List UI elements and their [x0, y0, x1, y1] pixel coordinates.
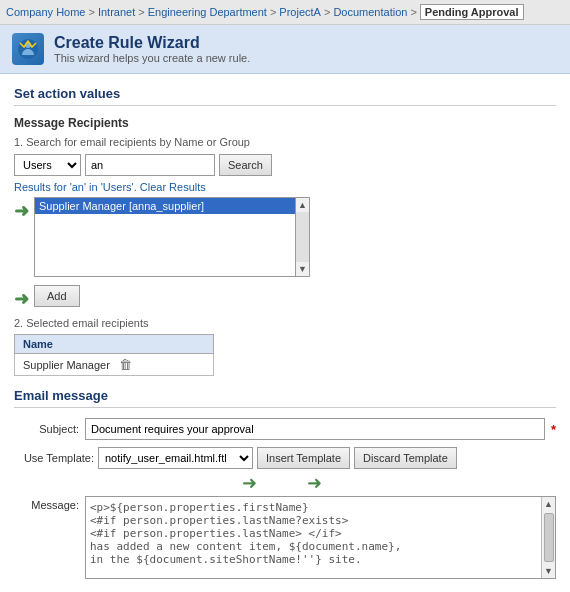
template-label: Use Template:	[14, 452, 94, 464]
scroll-down-icon[interactable]: ▼	[296, 262, 309, 276]
search-row: Users Groups Search	[14, 154, 556, 176]
message-row: Message: <p>${person.properties.firstNam…	[14, 496, 556, 579]
subject-row: Subject: *	[14, 418, 556, 440]
recipients-title: Message Recipients	[14, 116, 556, 130]
step2-label: 2. Selected email recipients	[14, 317, 556, 329]
scroll-thumb[interactable]	[544, 513, 554, 562]
breadcrumb-projecta[interactable]: ProjectA	[279, 6, 321, 18]
discard-template-button[interactable]: Discard Template	[354, 447, 457, 469]
discard-arrow-icon: ➜	[307, 472, 322, 494]
delete-icon[interactable]: 🗑	[119, 357, 132, 372]
breadcrumb: Company Home > Intranet > Engineering De…	[0, 0, 570, 25]
wizard-title: Create Rule Wizard	[54, 34, 250, 52]
scroll-up-icon[interactable]: ▲	[296, 198, 309, 212]
search-input[interactable]	[85, 154, 215, 176]
insert-arrow-icon: ➜	[242, 472, 257, 494]
insert-template-button[interactable]: Insert Template	[257, 447, 350, 469]
add-arrow-icon: ➜	[14, 288, 29, 310]
set-action-title: Set action values	[14, 86, 556, 106]
message-textarea[interactable]: <p>${person.properties.firstName} <#if p…	[86, 497, 555, 575]
subject-input[interactable]	[85, 418, 545, 440]
message-scrollbar[interactable]: ▲ ▼	[541, 497, 555, 578]
results-arrow-icon: ➜	[14, 200, 29, 222]
breadcrumb-company-home[interactable]: Company Home	[6, 6, 85, 18]
recipients-table: Name Supplier Manager 🗑	[14, 334, 214, 376]
name-column-header: Name	[15, 335, 214, 354]
message-label: Message:	[14, 496, 79, 511]
table-row: Supplier Manager 🗑	[15, 354, 214, 376]
wizard-icon	[12, 33, 44, 65]
message-container: <p>${person.properties.firstName} <#if p…	[85, 496, 556, 579]
subject-label: Subject:	[14, 423, 79, 435]
search-type-select[interactable]: Users Groups	[14, 154, 81, 176]
main-content: Set action values Message Recipients 1. …	[0, 74, 570, 591]
list-item[interactable]: Supplier Manager [anna_supplier]	[35, 198, 295, 214]
template-select[interactable]: notify_user_email.html.ftl	[98, 447, 253, 469]
results-link[interactable]: Results for 'an' in 'Users'. Clear Resul…	[14, 181, 556, 193]
breadcrumb-intranet[interactable]: Intranet	[98, 6, 135, 18]
step1-label: 1. Search for email recipients by Name o…	[14, 136, 556, 148]
add-button[interactable]: Add	[34, 285, 80, 307]
breadcrumb-documentation[interactable]: Documentation	[333, 6, 407, 18]
recipient-name: Supplier Manager	[23, 359, 110, 371]
scroll-up-arrow[interactable]: ▲	[542, 497, 555, 511]
wizard-subtitle: This wizard helps you create a new rule.	[54, 52, 250, 64]
template-row: Use Template: notify_user_email.html.ftl…	[14, 447, 556, 469]
email-section-title: Email message	[14, 388, 556, 408]
results-list[interactable]: Supplier Manager [anna_supplier]	[34, 197, 296, 277]
search-button[interactable]: Search	[219, 154, 272, 176]
results-container: Supplier Manager [anna_supplier] ▲ ▼	[34, 197, 556, 277]
breadcrumb-engineering[interactable]: Engineering Department	[148, 6, 267, 18]
breadcrumb-active: Pending Approval	[420, 4, 524, 20]
required-star: *	[551, 422, 556, 437]
wizard-header: Create Rule Wizard This wizard helps you…	[0, 25, 570, 74]
scroll-down-arrow[interactable]: ▼	[542, 564, 555, 578]
